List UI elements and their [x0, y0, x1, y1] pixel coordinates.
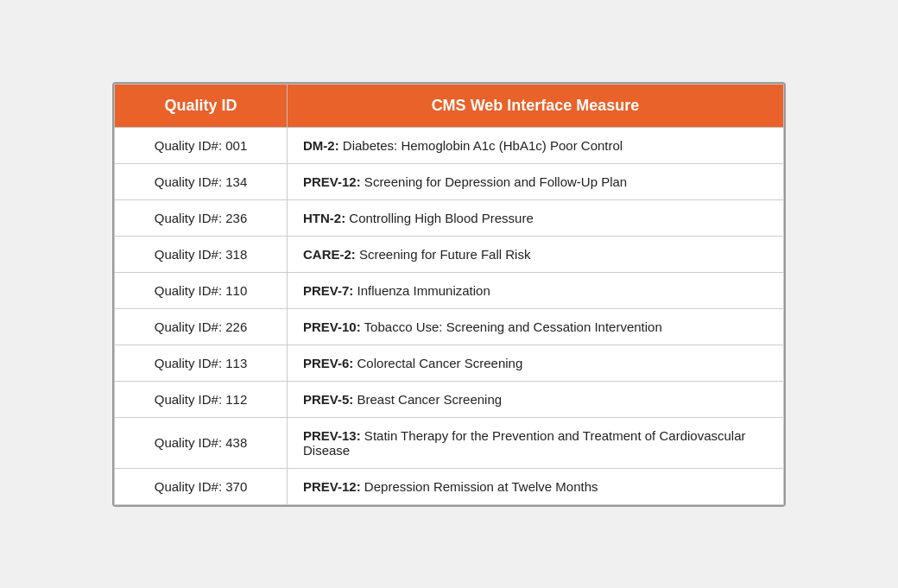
quality-id-cell: Quality ID#: 438 [115, 417, 288, 468]
quality-id-cell: Quality ID#: 226 [115, 308, 288, 345]
table-row: Quality ID#: 438PREV-13: Statin Therapy … [115, 417, 784, 468]
measure-description: Screening for Depression and Follow-Up P… [361, 174, 628, 189]
measure-cell: HTN-2: Controlling High Blood Pressure [288, 199, 784, 236]
main-table-container: Quality ID CMS Web Interface Measure Qua… [112, 82, 786, 507]
quality-id-cell: Quality ID#: 236 [115, 199, 288, 236]
measure-cell: PREV-6: Colorectal Cancer Screening [288, 345, 784, 381]
measure-code: PREV-12: [303, 479, 361, 494]
quality-id-cell: Quality ID#: 113 [115, 345, 288, 381]
table-row: Quality ID#: 236HTN-2: Controlling High … [115, 199, 784, 236]
quality-id-cell: Quality ID#: 110 [115, 272, 288, 308]
measure-cell: CARE-2: Screening for Future Fall Risk [288, 236, 784, 272]
table-row: Quality ID#: 110PREV-7: Influenza Immuni… [115, 272, 784, 308]
measure-description: Depression Remission at Twelve Months [361, 479, 598, 494]
table-row: Quality ID#: 370PREV-12: Depression Remi… [115, 468, 784, 504]
col-header-cms-measure: CMS Web Interface Measure [288, 84, 784, 127]
measure-description: Statin Therapy for the Prevention and Tr… [303, 428, 746, 458]
measure-code: PREV-10: [303, 319, 361, 334]
table-row: Quality ID#: 113PREV-6: Colorectal Cance… [115, 345, 784, 381]
measure-description: Tobacco Use: Screening and Cessation Int… [361, 319, 662, 334]
table-row: Quality ID#: 112PREV-5: Breast Cancer Sc… [115, 381, 784, 417]
measure-code: PREV-12: [303, 174, 361, 189]
measure-description: Controlling High Blood Pressure [345, 211, 534, 225]
quality-measures-table: Quality ID CMS Web Interface Measure Qua… [114, 84, 784, 505]
measure-cell: PREV-7: Influenza Immunization [288, 272, 784, 308]
measure-code: PREV-13: [303, 428, 361, 443]
quality-id-cell: Quality ID#: 001 [115, 127, 288, 163]
quality-id-cell: Quality ID#: 370 [115, 468, 288, 504]
measure-cell: PREV-12: Screening for Depression and Fo… [288, 163, 784, 199]
quality-id-cell: Quality ID#: 134 [115, 163, 288, 199]
table-row: Quality ID#: 001DM-2: Diabetes: Hemoglob… [115, 127, 784, 163]
measure-code: CARE-2: [303, 247, 356, 262]
measure-cell: PREV-12: Depression Remission at Twelve … [288, 468, 784, 504]
measure-cell: PREV-5: Breast Cancer Screening [288, 381, 784, 417]
measure-code: DM-2: [303, 138, 339, 153]
measure-cell: PREV-10: Tobacco Use: Screening and Cess… [288, 308, 784, 345]
quality-id-cell: Quality ID#: 112 [115, 381, 288, 417]
quality-id-cell: Quality ID#: 318 [115, 236, 288, 272]
measure-code: PREV-5: [303, 392, 353, 407]
col-header-quality-id: Quality ID [115, 84, 288, 127]
measure-cell: PREV-13: Statin Therapy for the Preventi… [288, 417, 784, 468]
measure-description: Diabetes: Hemoglobin A1c (HbA1c) Poor Co… [339, 138, 623, 153]
measure-code: HTN-2: [303, 211, 345, 225]
table-row: Quality ID#: 134PREV-12: Screening for D… [115, 163, 784, 199]
measure-description: Colorectal Cancer Screening [353, 356, 522, 370]
measure-cell: DM-2: Diabetes: Hemoglobin A1c (HbA1c) P… [288, 127, 784, 163]
measure-description: Screening for Future Fall Risk [356, 247, 531, 262]
table-row: Quality ID#: 318CARE-2: Screening for Fu… [115, 236, 784, 272]
measure-description: Influenza Immunization [353, 283, 490, 298]
table-header-row: Quality ID CMS Web Interface Measure [115, 84, 784, 127]
measure-code: PREV-6: [303, 356, 353, 370]
table-row: Quality ID#: 226PREV-10: Tobacco Use: Sc… [115, 308, 784, 345]
measure-code: PREV-7: [303, 283, 353, 298]
measure-description: Breast Cancer Screening [353, 392, 502, 407]
